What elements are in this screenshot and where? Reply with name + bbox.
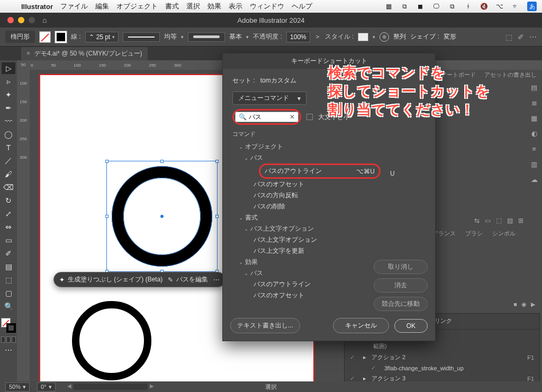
tree-node-object[interactable]: オブジェクト (232, 141, 426, 152)
control-center-icon[interactable]: ⌥ (495, 2, 504, 11)
contextual-more-icon[interactable]: ⋯ (213, 276, 220, 284)
more-icon[interactable]: ⋯ (529, 33, 537, 41)
ok-button[interactable]: OK (394, 319, 428, 333)
tab-symbols[interactable]: シンボル (492, 230, 516, 238)
panel-icon[interactable]: ▤ (507, 217, 513, 224)
panel-icon[interactable]: ⊞ (518, 217, 523, 224)
menubar-icon[interactable]: ▦ (384, 2, 393, 11)
display-icon[interactable]: 🖵 (432, 2, 440, 11)
cc-libraries-panel-icon[interactable]: ☁ (531, 176, 538, 184)
cmd-outline-stroke[interactable]: パスのアウトライン (265, 167, 322, 176)
edit-icon[interactable]: ✐ (518, 33, 524, 41)
brush-dropdown[interactable] (188, 32, 225, 42)
tree-node-type[interactable]: 書式 (232, 212, 426, 223)
clear-button[interactable]: 消去 (374, 278, 428, 293)
recolor-icon[interactable]: ⊕ (380, 32, 389, 42)
blend-tool-icon[interactable]: ⬚ (2, 274, 15, 286)
gradient-tool-icon[interactable]: ▤ (2, 261, 15, 272)
menu-help[interactable]: ヘルプ (292, 2, 312, 11)
line-tool-icon[interactable]: ／ (2, 155, 15, 167)
fullscreen-window-button[interactable] (29, 17, 35, 23)
pen-tool-icon[interactable]: ✒ (2, 102, 15, 114)
set-value[interactable]: tomカスタム (260, 76, 296, 85)
cmd-type-path-options[interactable]: パス上文字オプション (232, 234, 426, 245)
eyedropper-tool-icon[interactable]: ✐ (2, 248, 15, 259)
menu-type[interactable]: 書式 (165, 2, 179, 11)
action-row[interactable]: 3flab-change_stroke_width_up (345, 363, 539, 373)
zoom-tool-icon[interactable]: 🔍 (2, 300, 15, 312)
clear-search-icon[interactable]: ✕ (290, 113, 295, 121)
cancel-button[interactable]: キャンセル (333, 318, 389, 333)
opacity-input[interactable]: 100% (286, 32, 310, 42)
cmd-type-path-update[interactable]: パス上文字を更新 (232, 245, 426, 257)
panel-icon[interactable]: ▭ (485, 217, 491, 224)
scale-tool-icon[interactable]: ⤢ (2, 208, 15, 220)
zoom-dropdown[interactable]: 50%▾ (5, 382, 30, 391)
bluetooth-icon[interactable]: ᚼ (464, 2, 472, 11)
generative-fill-button[interactable]: ✦生成塗りつぶし (シェイプ) (Beta) (59, 275, 162, 284)
export-text-button[interactable]: テキスト書き出し... (230, 318, 300, 333)
fill-stroke-indicator[interactable] (1, 318, 16, 333)
style-swatch[interactable] (358, 33, 368, 41)
layers-panel-icon[interactable]: ≣ (531, 99, 537, 107)
eraser-tool-icon[interactable]: ⌫ (2, 181, 15, 193)
properties-panel-icon[interactable]: ▤ (531, 84, 537, 92)
tab-asset-export[interactable]: アセットの書き出し (484, 71, 537, 79)
shortcut-value[interactable]: ⌥⌘U (356, 168, 375, 175)
cmd-reverse-path[interactable]: パスの方向反転 (232, 190, 426, 201)
home-icon[interactable]: ⌂ (42, 16, 47, 24)
stroke-swatch[interactable] (55, 31, 67, 43)
paintbrush-tool-icon[interactable]: 🖌 (2, 168, 15, 180)
free-transform-tool-icon[interactable]: ▭ (2, 234, 15, 246)
rotation-dropdown[interactable]: 0°▾ (37, 382, 56, 391)
gradient-panel-icon[interactable]: ▥ (531, 160, 537, 168)
dropbox-icon[interactable]: ⧉ (400, 2, 409, 11)
apple-icon[interactable] (5, 2, 14, 11)
rotate-tool-icon[interactable]: ↻ (2, 195, 15, 206)
action-row[interactable]: ▸アクション 2F1 (345, 352, 539, 363)
width-tool-icon[interactable]: ⇔ (2, 221, 15, 233)
tree-node-type-on-path[interactable]: パス上文字オプション (232, 223, 426, 234)
wifi-icon[interactable]: ᯤ (511, 2, 520, 11)
scope-dropdown[interactable]: メニューコマンド▾ (232, 92, 306, 105)
menu-select[interactable]: 選択 (186, 2, 200, 11)
horizontal-scrollbar[interactable] (74, 384, 148, 390)
tab-links[interactable]: リンク (435, 317, 452, 326)
edit-toolbar-icon[interactable]: ⋯ (2, 344, 15, 356)
color-panel-icon[interactable]: ◐ (531, 130, 537, 138)
cmd-offset-path[interactable]: パスのオフセット (232, 179, 426, 190)
selected-ellipse-object[interactable] (112, 166, 212, 267)
menu-file[interactable]: ファイル (60, 2, 88, 11)
isolate-icon[interactable]: ⬚ (505, 33, 512, 41)
play-icon[interactable]: ▶ (531, 301, 535, 308)
search-input[interactable]: 🔍 ✕ (235, 112, 299, 122)
mute-icon[interactable]: 🔇 (480, 2, 488, 11)
fill-swatch[interactable] (39, 31, 51, 43)
record-icon[interactable]: ◉ (521, 301, 527, 308)
document-tab[interactable]: × デモ4.ai* @ 50 % (CMYK/プレビュー) (21, 47, 148, 60)
tab-artboards[interactable]: アートボード (441, 71, 476, 79)
menu-effect[interactable]: 効果 (207, 2, 221, 11)
edit-path-button[interactable]: ✎パスを編集 (168, 275, 208, 284)
panel-icon[interactable]: ⇆ (474, 217, 480, 224)
ime-indicator[interactable]: あ (527, 2, 537, 11)
stop-icon[interactable]: ■ (513, 301, 517, 308)
menu-window[interactable]: ウィンドウ (250, 2, 284, 11)
minimize-window-button[interactable] (18, 17, 24, 23)
menu-view[interactable]: 表示 (229, 2, 242, 11)
goto-conflict-button[interactable]: 競合先に移動 (374, 297, 428, 311)
curvature-tool-icon[interactable]: 〰 (2, 115, 15, 127)
stroke-weight-input[interactable]: ⌃ 25 pt ▾ (85, 32, 119, 42)
action-row[interactable]: ▸アクション 3F1 (345, 373, 539, 381)
panel-icon[interactable]: ⬚ (496, 217, 502, 224)
tree-node-path[interactable]: パス (232, 152, 426, 163)
transform-link[interactable]: 変形 (444, 32, 456, 41)
ellipse-tool-icon[interactable]: ◯ (2, 129, 15, 140)
app-name[interactable]: Illustrator (21, 3, 53, 11)
ellipse-object-2[interactable] (72, 301, 151, 380)
line-icon[interactable]: ◼ (416, 2, 424, 11)
align-link[interactable]: 整列 (393, 32, 406, 41)
direct-selection-tool-icon[interactable]: ▹ (2, 76, 15, 87)
type-tool-icon[interactable]: T (2, 142, 15, 153)
stroke-panel-icon[interactable]: ≡ (532, 145, 536, 153)
